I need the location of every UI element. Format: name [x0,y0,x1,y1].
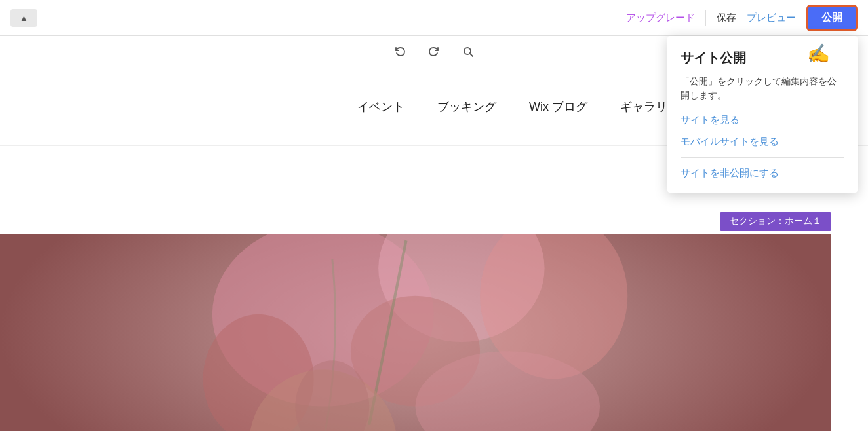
save-button[interactable]: 保存 [717,12,736,24]
publish-popup: サイト公開 「公開」をクリックして編集内容を公開します。 サイトを見る モバイル… [667,36,858,193]
section-label: セクション：ホーム１ [720,212,831,231]
popup-title: サイト公開 [681,49,844,67]
site-image-section [0,234,831,431]
unpublish-link[interactable]: サイトを非公開にする [681,167,844,179]
floral-background [0,234,831,431]
toolbar-left: ▲ [0,0,37,36]
view-site-link[interactable]: サイトを見る [681,114,844,126]
collapse-button[interactable]: ▲ [10,9,37,27]
upgrade-link[interactable]: アップグレード [626,12,695,24]
popup-description: 「公開」をクリックして編集内容を公開します。 [681,75,844,102]
svg-line-1 [470,54,473,56]
toolbar-actions: アップグレード 保存 プレビュー 公開 [626,5,858,31]
collapse-arrow-icon: ▲ [20,13,28,23]
toolbar-divider [705,10,706,26]
popup-divider [681,157,844,158]
main-toolbar: ▲ アップグレード 保存 プレビュー 公開 [0,0,868,36]
preview-button[interactable]: プレビュー [747,12,796,24]
undo-button[interactable] [389,41,410,62]
zoom-button[interactable] [458,41,479,62]
redo-button[interactable] [424,41,444,62]
nav-item-blog[interactable]: Wix ブログ [529,99,587,115]
publish-button[interactable]: 公開 [806,5,858,31]
nav-item-booking[interactable]: ブッキング [437,99,496,115]
nav-item-event[interactable]: イベント [357,99,404,115]
view-mobile-link[interactable]: モバイルサイトを見る [681,136,844,148]
